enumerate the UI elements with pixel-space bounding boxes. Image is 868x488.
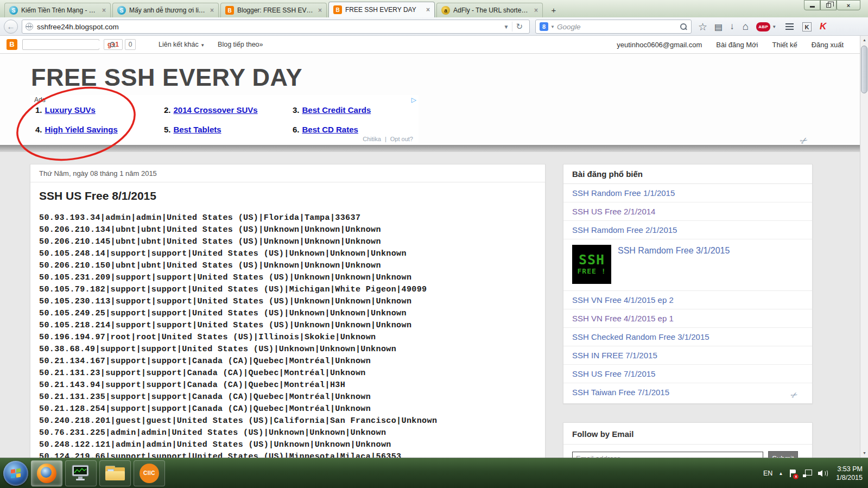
- network-icon[interactable]: [803, 470, 812, 477]
- popular-post-item[interactable]: SSH US Free 7/1/2015: [563, 365, 812, 383]
- adblock-dropdown-icon[interactable]: ▼: [772, 24, 776, 29]
- tab-may-anh[interactable]: S Mấy anh dễ thương ơi like ... ×: [112, 3, 219, 17]
- other-links-menu[interactable]: Liên kết khác ▼: [159, 41, 205, 48]
- reload-icon[interactable]: ↻: [512, 22, 526, 31]
- popular-post-link[interactable]: SSH Ramdom Free 3/1/2015: [618, 246, 730, 256]
- action-center-flag-icon[interactable]: x: [789, 469, 797, 478]
- kaspersky-plugin-icon[interactable]: K: [802, 22, 812, 31]
- taskbar-ciic-button[interactable]: CIIC: [134, 460, 165, 486]
- tab-close-icon[interactable]: ×: [318, 7, 322, 14]
- restore-button[interactable]: [820, 0, 837, 10]
- post-title[interactable]: SSH US Free 8/1/2015: [30, 182, 545, 207]
- next-blog-link[interactable]: Blog tiếp theo»: [218, 41, 263, 48]
- volume-icon[interactable]: [818, 469, 828, 478]
- ad-item: 2. 2014 Crossover SUVs: [164, 105, 258, 115]
- tab-kiem-tien[interactable]: S Kiếm Tiền Trên Mạng - Ma... ×: [4, 3, 111, 17]
- ad-provider-link[interactable]: Chitika: [363, 136, 381, 142]
- ad-link[interactable]: Best Tablets: [174, 125, 221, 134]
- minimize-button[interactable]: [804, 0, 820, 10]
- blogger-search-box[interactable]: [22, 39, 99, 50]
- scroll-down-icon[interactable]: ▼: [860, 449, 868, 458]
- close-button[interactable]: ×: [837, 0, 860, 10]
- tab-close-icon[interactable]: ×: [426, 7, 430, 13]
- taskbar-system-monitor-button[interactable]: [65, 460, 97, 486]
- tab-close-icon[interactable]: ×: [534, 7, 538, 14]
- search-bar[interactable]: 8 ▼: [535, 20, 692, 34]
- popular-post-link[interactable]: SSH IN FREE 7/1/2015: [572, 351, 657, 360]
- popular-post-item[interactable]: SSH Checked Random Free 3/1/2015: [563, 328, 812, 346]
- bookmark-star-icon[interactable]: ☆: [698, 21, 707, 33]
- popular-post-item-with-thumbnail[interactable]: SSH FREE ! SSH Ramdom Free 3/1/2015: [563, 239, 812, 291]
- tab-close-icon[interactable]: ×: [102, 7, 106, 14]
- menu-icon[interactable]: [785, 26, 794, 27]
- alert-badge: x: [793, 474, 799, 479]
- quick-edit-scissors-icon[interactable]: ✂: [789, 389, 800, 401]
- search-input[interactable]: [557, 23, 680, 31]
- url-dropdown-icon[interactable]: ▼: [500, 24, 512, 30]
- taskbar-explorer-button[interactable]: [99, 460, 131, 486]
- popular-post-link[interactable]: SSH Ramdom Free 2/1/2015: [572, 225, 677, 235]
- tab-blogger-admin[interactable]: B Blogger: FREE SSH EVERY D... ×: [220, 3, 327, 17]
- back-button[interactable]: ←: [4, 20, 18, 34]
- tab-title: Mấy anh dễ thương ơi like ...: [129, 7, 207, 14]
- adchoices-icon[interactable]: ▷: [411, 96, 416, 104]
- popular-post-item[interactable]: SSH Taiwan Free 7/1/2015 ✂: [563, 383, 812, 403]
- bookmarks-menu-icon[interactable]: ▤: [714, 22, 723, 32]
- search-icon[interactable]: [110, 42, 115, 47]
- popular-post-item[interactable]: SSH Random Free 1/1/2015: [563, 184, 812, 202]
- kaspersky-url-advisor-icon[interactable]: K: [820, 21, 826, 32]
- popular-post-link[interactable]: SSH Checked Random Free 3/1/2015: [572, 332, 709, 341]
- ad-number: 1.: [35, 105, 42, 115]
- ad-link[interactable]: Luxury SUVs: [45, 105, 96, 115]
- engine-dropdown-icon[interactable]: ▼: [550, 24, 555, 29]
- ad-link[interactable]: High Yield Savings: [45, 125, 118, 134]
- logout-link[interactable]: Đăng xuất: [812, 41, 844, 49]
- start-button[interactable]: [3, 461, 28, 486]
- tab-close-icon[interactable]: ×: [210, 7, 214, 14]
- popular-post-link[interactable]: SSH Taiwan Free 7/1/2015: [572, 388, 669, 397]
- firefox-icon: [37, 464, 56, 483]
- scroll-up-icon[interactable]: ▲: [860, 36, 868, 45]
- popular-post-item[interactable]: SSH Ramdom Free 2/1/2015: [563, 221, 812, 239]
- home-icon[interactable]: ⌂: [743, 21, 749, 33]
- submit-button[interactable]: Submit: [768, 451, 798, 458]
- url-input[interactable]: [37, 23, 500, 31]
- google-engine-icon[interactable]: 8: [540, 22, 548, 31]
- popular-post-item[interactable]: SSH IN FREE 7/1/2015: [563, 346, 812, 365]
- popular-post-link[interactable]: SSH US Free 2/1/2014: [572, 207, 655, 216]
- ciic-icon: CIIC: [140, 464, 159, 483]
- blogger-search-input[interactable]: [25, 41, 109, 48]
- follow-form: Submit: [563, 445, 812, 458]
- popular-post-item[interactable]: SSH VN Free 4/1/2015 ep 1: [563, 309, 812, 328]
- email-field[interactable]: [572, 452, 763, 458]
- taskbar-clock[interactable]: 3:53 PM 1/8/2015: [836, 465, 863, 482]
- tab-adfly[interactable]: a AdFly - The URL shortener ... ×: [436, 3, 543, 17]
- popular-post-item[interactable]: SSH US Free 2/1/2014: [563, 202, 812, 221]
- new-post-link[interactable]: Bài đăng Mới: [716, 41, 758, 49]
- new-tab-button[interactable]: +: [547, 4, 561, 16]
- popular-post-item[interactable]: SSH VN Free 4/1/2015 ep 2: [563, 291, 812, 309]
- ad-link[interactable]: 2014 Crossover SUVs: [174, 105, 258, 115]
- vertical-scrollbar[interactable]: ▲ ▼: [860, 36, 868, 458]
- popular-post-link[interactable]: SSH VN Free 4/1/2015 ep 2: [572, 295, 674, 305]
- ad-link[interactable]: Best Credit Cards: [302, 105, 371, 115]
- popular-post-link[interactable]: SSH US Free 7/1/2015: [572, 369, 655, 378]
- ad-optout-link[interactable]: Opt out?: [390, 136, 413, 142]
- downloads-icon[interactable]: ↓: [730, 21, 734, 32]
- blogger-logo-icon[interactable]: B: [7, 39, 17, 50]
- search-icon[interactable]: [680, 23, 687, 30]
- post-card: Thứ Năm, ngày 08 tháng 1 năm 2015 SSH US…: [30, 164, 546, 458]
- ssh-line: 50.76.231.225|admin|admin|United States …: [39, 427, 536, 439]
- language-indicator[interactable]: EN: [763, 470, 772, 477]
- url-bar[interactable]: ▼ ↻: [22, 20, 530, 34]
- show-hidden-icons[interactable]: ▲: [778, 471, 783, 476]
- ad-link[interactable]: Best CD Rates: [302, 125, 358, 134]
- design-link[interactable]: Thiết kế: [772, 41, 797, 49]
- popular-post-link[interactable]: SSH Random Free 1/1/2015: [572, 188, 675, 198]
- restore-icon: [826, 3, 831, 8]
- scrollbar-thumb[interactable]: [861, 46, 867, 93]
- popular-post-link[interactable]: SSH VN Free 4/1/2015 ep 1: [572, 314, 674, 323]
- taskbar-firefox-button[interactable]: [31, 460, 62, 486]
- adblock-plus-icon[interactable]: ABP: [756, 22, 770, 31]
- tab-free-ssh-active[interactable]: B FREE SSH EVERY DAY ×: [328, 2, 435, 17]
